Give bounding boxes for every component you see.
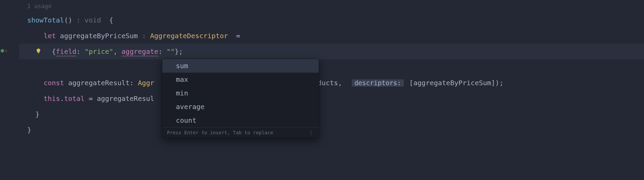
code-line[interactable]: } [19,122,644,138]
completion-item[interactable]: sum [162,59,319,73]
code-text: ducts [317,79,338,86]
completion-popup[interactable]: summaxminaveragecount Press Enter to ins… [162,59,319,138]
code-text: : [138,32,150,39]
completion-item[interactable]: max [162,73,319,86]
code-line[interactable] [19,59,644,75]
code-text: , [338,79,350,86]
identifier: aggregateResult [68,79,130,86]
property-key: field [56,48,76,55]
gutter: ↑ [0,0,19,180]
identifier: aggregateByPriceSum [60,32,138,39]
code-line[interactable]: showTotal() : void { [19,12,644,28]
code-text: } [35,111,39,118]
usage-hint-text: 1 usage [27,3,52,9]
code-text: } [27,126,31,133]
code-text: { [101,17,113,24]
code-line[interactable]: this.total = aggregateResul [19,91,644,106]
lightbulb-icon [35,48,42,54]
code-text: [aggregateByPriceSum]); [405,79,503,86]
space [56,32,60,39]
code-line[interactable]: let aggregateByPriceSum : AggregateDescr… [19,28,644,44]
completion-footer: Press Enter to insert, Tab to replace ⋮ [162,127,319,138]
return-type: void [85,17,101,24]
code-line-current[interactable]: {field: "price", aggregate: ""}; [19,44,644,59]
code-line[interactable]: } [19,106,644,122]
type-annotation: AggregateDescriptor [150,32,228,39]
code-text: : [72,17,84,24]
string-literal: "" [166,48,175,55]
indent [27,79,44,86]
function-name: showTotal [27,17,64,24]
completion-list: summaxminaveragecount [162,59,319,127]
type-annotation: Aggr [138,79,154,86]
code-text: : [158,48,166,55]
completion-item[interactable]: average [162,100,319,114]
intention-bulb[interactable] [3,41,42,62]
identifier: aggregateResul [97,95,154,102]
more-icon[interactable]: ⋮ [309,130,314,135]
code-text: , [113,48,121,55]
parameter-hint: descriptors: [352,79,404,87]
string-literal: "price" [85,48,113,55]
code-text: { [52,48,56,55]
code-area[interactable]: 1 usage showTotal() : void { let aggrega… [19,0,644,180]
keyword: this [44,95,60,102]
property: total [64,95,84,102]
indent [27,111,35,118]
code-text: = [228,32,240,39]
code-text: () [64,17,72,24]
keyword: const [44,79,64,86]
code-text: : [77,48,85,55]
code-text: : [130,79,138,86]
completion-footer-text: Press Enter to insert, Tab to replace [167,130,273,135]
code-editor: ↑ 1 usage showTotal() : void { let aggre… [0,0,644,180]
code-line[interactable]: const aggregateResult: Aggr ducts, descr… [19,75,644,91]
property-key: aggregate [121,48,158,55]
code-text: . [60,95,64,102]
keyword: let [44,32,56,39]
indent [27,95,44,102]
completion-item[interactable]: count [162,114,319,127]
usage-hint[interactable]: 1 usage [19,0,644,12]
completion-item[interactable]: min [162,86,319,100]
indent [27,32,44,39]
code-text: }; [175,48,183,55]
code-text: = [85,95,97,102]
space [64,79,68,86]
